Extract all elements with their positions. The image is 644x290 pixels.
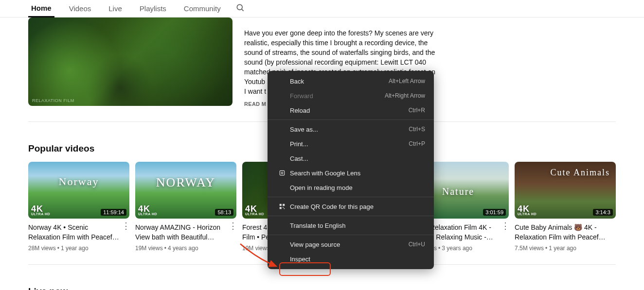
context-menu: BackAlt+Left Arrow ForwardAlt+Right Arro… (268, 71, 434, 269)
duration-badge: 58:13 (215, 209, 233, 216)
tab-home[interactable]: Home (28, 0, 54, 17)
video-card[interactable]: Norway 4KULTRA HD 11:59:14 Norway 4K • S… (28, 162, 129, 252)
svg-rect-4 (280, 204, 282, 206)
watermark: RELAXATION FILM (32, 98, 74, 103)
ctx-translate[interactable]: Translate to English (268, 218, 434, 233)
ctx-view-source[interactable]: View page sourceCtrl+U (268, 237, 434, 252)
video-title: Norway AMAZING - Horizon View bath with … (135, 222, 229, 242)
ctx-separator (268, 119, 434, 120)
video-card[interactable]: NORWAY 4KULTRA HD 58:13 Norway AMAZING -… (135, 162, 236, 252)
tab-playlists[interactable]: Playlists (137, 0, 169, 17)
svg-line-1 (242, 9, 244, 11)
svg-rect-7 (283, 207, 284, 208)
svg-point-0 (237, 4, 242, 10)
lens-icon (276, 170, 288, 176)
video-title: Cute Baby Animals 🐻 4K - Relaxation Film… (515, 222, 616, 242)
thumb-overlay-title: Cute Animals (515, 168, 610, 178)
video-meta: 7.5M views•1 year ago (515, 245, 616, 252)
svg-rect-8 (284, 208, 285, 209)
ctx-inspect[interactable]: Inspect (268, 252, 434, 266)
video-title: Norway 4K • Scenic Relaxation Film with … (28, 222, 122, 242)
desc-text-2: I want t (244, 87, 266, 95)
ctx-separator (268, 216, 434, 216)
ctx-google-lens[interactable]: Search with Google Lens (268, 166, 434, 180)
ctx-forward: ForwardAlt+Right Arrow (268, 88, 434, 103)
duration-badge: 3:01:59 (483, 209, 506, 216)
thumb-overlay-title: NORWAY (135, 175, 236, 190)
ctx-separator (268, 235, 434, 235)
ctx-reading-mode[interactable]: Open in reading mode (268, 180, 434, 195)
svg-rect-6 (280, 207, 282, 209)
svg-rect-5 (283, 204, 285, 206)
ctx-back[interactable]: BackAlt+Left Arrow (268, 74, 434, 88)
ctx-reload[interactable]: ReloadCtrl+R (268, 103, 434, 118)
search-icon[interactable] (235, 3, 245, 15)
more-icon[interactable]: ⋮ (229, 222, 236, 252)
4k-badge: 4KULTRA HD (31, 204, 50, 216)
ctx-separator (268, 197, 434, 197)
live-now-heading: Live now (28, 286, 616, 290)
ctx-create-qr[interactable]: Create QR Code for this page (268, 199, 434, 214)
4k-badge: 4KULTRA HD (245, 204, 264, 216)
qr-icon (276, 203, 288, 210)
channel-tabs: Home Videos Live Playlists Community (0, 0, 644, 17)
featured-thumbnail[interactable]: RELAXATION FILM (28, 17, 233, 106)
duration-badge: 3:14:3 (593, 209, 613, 216)
tab-live[interactable]: Live (106, 0, 125, 17)
tab-videos[interactable]: Videos (66, 0, 94, 17)
svg-rect-2 (280, 171, 284, 175)
more-icon[interactable]: ⋮ (122, 222, 129, 252)
video-meta: 19M views•4 years ago (135, 245, 229, 252)
duration-badge: 11:59:14 (101, 209, 126, 216)
ctx-save-as[interactable]: Save as...Ctrl+S (268, 122, 434, 136)
svg-point-3 (281, 172, 283, 174)
4k-badge: 4KULTRA HD (518, 204, 537, 216)
video-meta: 28M views•1 year ago (28, 245, 122, 252)
video-card[interactable]: Cute Animals 4KULTRA HD 3:14:3 Cute Baby… (515, 162, 616, 252)
ctx-cast[interactable]: Cast... (268, 151, 434, 166)
read-more-button[interactable]: READ M (244, 99, 266, 109)
more-icon[interactable]: ⋮ (501, 222, 509, 252)
4k-badge: 4KULTRA HD (138, 204, 157, 216)
ctx-print[interactable]: Print...Ctrl+P (268, 136, 434, 151)
tab-community[interactable]: Community (181, 0, 224, 17)
thumb-overlay-title: Norway (28, 175, 129, 188)
